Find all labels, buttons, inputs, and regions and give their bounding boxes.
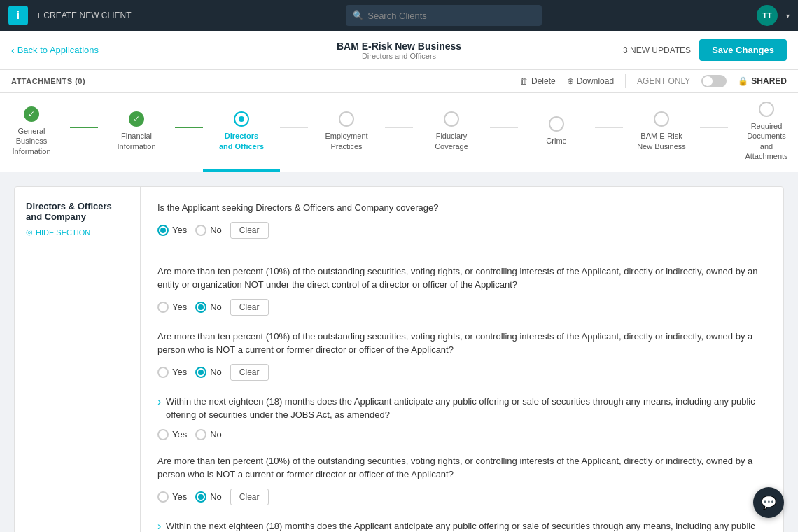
create-new-client-button[interactable]: + CREATE NEW CLIENT xyxy=(36,10,131,20)
connector-7 xyxy=(700,127,728,128)
question-2-text: Are more than ten percent (10%) of the o… xyxy=(158,265,766,292)
main-content: Directors & Officers and Company ◎ HIDE … xyxy=(0,172,798,532)
q2-no-label[interactable]: No xyxy=(195,302,222,313)
hide-section-button[interactable]: ◎ HIDE SECTION xyxy=(26,227,129,237)
question-6-text: Within the next eighteen (18) months doe… xyxy=(158,519,766,532)
connector-5 xyxy=(490,127,518,128)
divider-1 xyxy=(158,253,766,253)
step-fiduciary[interactable]: Fiduciary Coverage xyxy=(413,93,490,172)
page-subtitle: Directors and Officers xyxy=(337,52,461,60)
content-card: Directors & Officers and Company ◎ HIDE … xyxy=(14,186,784,532)
vertical-divider xyxy=(625,74,626,88)
q4-no-text: No xyxy=(210,429,222,440)
q2-yes-radio[interactable] xyxy=(158,302,169,313)
q2-yes-label[interactable]: Yes xyxy=(158,302,187,313)
q3-no-text: No xyxy=(210,367,222,377)
q4-yes-label[interactable]: Yes xyxy=(158,429,187,440)
delete-button[interactable]: 🗑 Delete xyxy=(520,76,556,86)
connector-1 xyxy=(70,127,98,128)
section-title: Directors & Officers and Company xyxy=(26,201,129,222)
step-circle-required xyxy=(759,102,774,117)
connector-4 xyxy=(385,127,413,128)
attachments-label: ATTACHMENTS (0) xyxy=(11,77,85,85)
question-1: Is the Applicant seeking Directors & Off… xyxy=(158,201,766,239)
q1-no-text: No xyxy=(210,225,222,235)
step-financial[interactable]: ✓ Financial Information xyxy=(98,93,175,172)
q5-yes-text: Yes xyxy=(172,491,187,502)
question-4: Within the next eighteen (18) months doe… xyxy=(158,395,766,440)
avatar-dropdown-chevron[interactable]: ▾ xyxy=(786,12,790,20)
back-arrow-icon: ‹ xyxy=(11,45,15,56)
question-2: Are more than ten percent (10%) of the o… xyxy=(158,265,766,316)
q4-yes-radio[interactable] xyxy=(158,429,169,440)
back-to-applications-link[interactable]: ‹ Back to Applications xyxy=(11,45,99,56)
q1-yes-label[interactable]: Yes xyxy=(158,225,187,236)
step-bam[interactable]: BAM E-Risk New Business xyxy=(623,93,700,172)
attachments-bar: ATTACHMENTS (0) 🗑 Delete ⊕ Download AGEN… xyxy=(0,70,798,93)
q1-no-label[interactable]: No xyxy=(195,225,222,236)
form-section: Is the Applicant seeking Directors & Off… xyxy=(141,187,783,532)
question-3: Are more than ten percent (10%) of the o… xyxy=(158,330,766,381)
q5-clear-button[interactable]: Clear xyxy=(230,489,269,505)
q4-no-label[interactable]: No xyxy=(195,429,222,440)
question-5: Are more than ten percent (10%) of the o… xyxy=(158,454,766,505)
connector-6 xyxy=(595,127,623,128)
question-4-text: Within the next eighteen (18) months doe… xyxy=(158,395,766,422)
q1-clear-button[interactable]: Clear xyxy=(230,222,269,239)
q5-no-label[interactable]: No xyxy=(195,491,222,503)
shared-label: 🔒 SHARED xyxy=(738,76,787,86)
question-5-text: Are more than ten percent (10%) of the o… xyxy=(158,454,766,482)
step-circle-crime xyxy=(549,116,564,132)
sub-header: ‹ Back to Applications BAM E-Risk New Bu… xyxy=(0,31,798,70)
q3-no-radio[interactable] xyxy=(195,367,206,378)
q3-yes-label[interactable]: Yes xyxy=(158,367,187,378)
top-navigation: i + CREATE NEW CLIENT 🔍 TT ▾ xyxy=(0,0,798,31)
step-label-required: Required Documents and Attachments xyxy=(742,121,791,161)
q4-yes-text: Yes xyxy=(172,429,187,440)
step-label-directors: Directors and Officers xyxy=(217,131,266,151)
question-3-options: Yes No Clear xyxy=(158,364,766,381)
question-3-text: Are more than ten percent (10%) of the o… xyxy=(158,330,766,357)
q5-no-text: No xyxy=(210,491,222,502)
step-label-crime: Crime xyxy=(546,136,566,146)
q2-clear-button[interactable]: Clear xyxy=(230,299,269,316)
q4-no-radio[interactable] xyxy=(195,429,206,440)
step-required[interactable]: Required Documents and Attachments xyxy=(728,93,798,172)
eye-icon: ◎ xyxy=(26,227,33,237)
step-directors[interactable]: Directors and Officers xyxy=(203,93,280,172)
question-5-options: Yes No Clear xyxy=(158,489,766,505)
q3-clear-button[interactable]: Clear xyxy=(230,364,269,381)
search-icon: 🔍 xyxy=(353,10,363,20)
q3-yes-radio[interactable] xyxy=(158,367,169,378)
download-button[interactable]: ⊕ Download xyxy=(567,76,614,86)
step-label-employment: Employment Practices xyxy=(322,131,371,151)
q5-yes-radio[interactable] xyxy=(158,491,169,503)
avatar[interactable]: TT xyxy=(757,5,778,26)
q3-no-label[interactable]: No xyxy=(195,367,222,378)
q2-no-radio[interactable] xyxy=(195,302,206,313)
q1-yes-text: Yes xyxy=(172,225,187,235)
question-4-options: Yes No xyxy=(158,429,766,440)
step-employment[interactable]: Employment Practices xyxy=(308,93,385,172)
chat-button[interactable]: 💬 xyxy=(753,487,784,518)
section-sidebar: Directors & Officers and Company ◎ HIDE … xyxy=(15,187,141,532)
search-input[interactable] xyxy=(368,10,535,21)
q5-no-radio[interactable] xyxy=(195,491,206,503)
q1-no-radio[interactable] xyxy=(195,225,206,236)
step-circle-directors xyxy=(234,111,249,127)
agent-only-label: AGENT ONLY xyxy=(637,76,690,86)
save-changes-button[interactable]: Save Changes xyxy=(699,39,787,61)
page-title-block: BAM E-Risk New Business Directors and Of… xyxy=(337,41,461,60)
q5-yes-label[interactable]: Yes xyxy=(158,491,187,503)
step-general[interactable]: ✓ General Business Information xyxy=(0,93,70,172)
page-title: BAM E-Risk New Business xyxy=(337,41,461,52)
attachments-actions: 🗑 Delete ⊕ Download AGENT ONLY 🔒 SHARED xyxy=(520,74,787,88)
q1-yes-radio[interactable] xyxy=(158,225,169,236)
connector-3 xyxy=(280,127,308,128)
question-1-text: Is the Applicant seeking Directors & Off… xyxy=(158,201,766,215)
lock-icon: 🔒 xyxy=(738,76,748,86)
step-label-bam: BAM E-Risk New Business xyxy=(637,131,686,151)
step-label-general: General Business Information xyxy=(7,126,56,156)
step-crime[interactable]: Crime xyxy=(518,93,595,172)
shared-toggle[interactable] xyxy=(701,75,727,88)
